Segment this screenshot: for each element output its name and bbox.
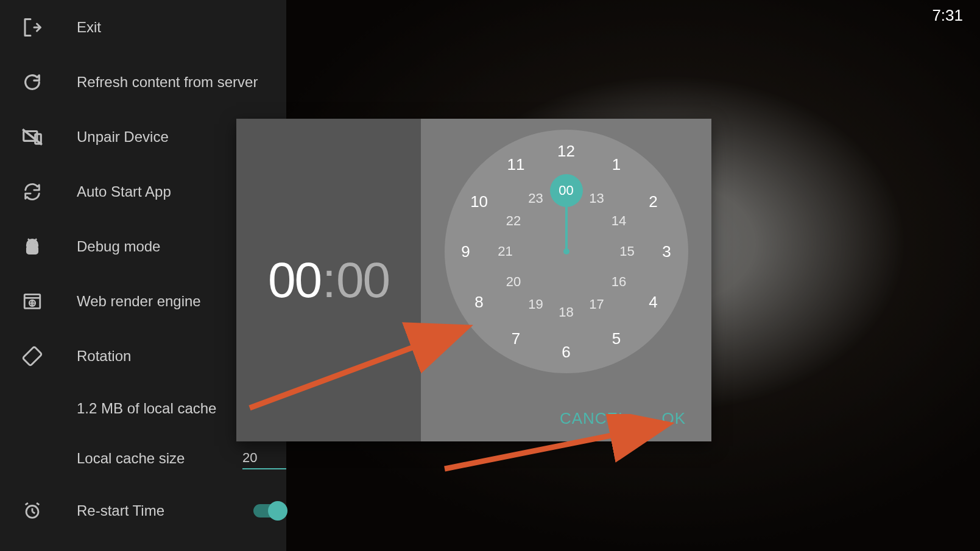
clock-face[interactable]: 00 1212345678910111314151617181920212223 [445,130,688,373]
clock-hour-9[interactable]: 9 [461,242,470,261]
cancel-button[interactable]: CANCEL [560,409,627,428]
clock-hour-7[interactable]: 7 [512,329,520,348]
clock-hour-15[interactable]: 15 [619,244,634,259]
time-picker-dialog: 00:00 00 1212345678910111314151617181920… [236,119,711,441]
svg-point-3 [29,242,30,244]
android-icon [18,233,46,261]
clock-hour-8[interactable]: 8 [474,292,483,311]
clock-hour-19[interactable]: 19 [528,297,543,312]
time-colon: : [321,252,336,307]
clock-selected-hour[interactable]: 00 [550,174,583,207]
clock-hour-16[interactable]: 16 [612,274,626,290]
clock-hour-14[interactable]: 14 [612,213,626,229]
ok-button[interactable]: OK [661,409,686,428]
time-picker-body: 00 1212345678910111314151617181920212223… [421,119,711,441]
sidebar-item-restart-time[interactable]: Re-start Time [0,483,286,538]
rotation-icon [18,342,46,370]
time-display: 00:00 [268,251,389,309]
svg-rect-12 [23,346,42,366]
svg-line-15 [32,511,35,513]
alarm-icon [18,497,46,525]
clock-center-dot [563,248,569,254]
svg-point-4 [34,242,36,244]
clock-hour-11[interactable]: 11 [507,155,525,174]
clock-hour-5[interactable]: 5 [612,329,621,348]
sync-icon [18,178,46,206]
svg-rect-7 [27,247,38,253]
cache-size-input[interactable] [242,447,286,469]
clock-hour-18[interactable]: 18 [559,304,573,320]
clock-hour-6[interactable]: 6 [562,343,570,362]
dialog-button-row: CANCEL OK [560,409,686,428]
sidebar-item-refresh[interactable]: Refresh content from server [0,55,286,110]
clock-hour-3[interactable]: 3 [662,242,671,261]
sidebar-item-label: Exit [77,19,286,36]
clock-hour-20[interactable]: 20 [506,274,521,290]
browser-icon [18,287,46,315]
exit-icon [18,13,46,41]
time-picker-header: 00:00 [236,119,421,441]
clock-hour-1[interactable]: 1 [612,155,621,174]
status-bar-clock: 7:31 [932,6,963,25]
sidebar-item-label: Re-start Time [77,502,253,519]
sidebar-item-label: Refresh content from server [77,74,286,91]
refresh-icon [18,68,46,96]
clock-hour-23[interactable]: 23 [528,191,543,206]
clock-hour-12[interactable]: 12 [557,142,575,161]
clock-hour-4[interactable]: 4 [649,292,657,311]
sidebar-item-label: Local cache size [77,450,242,467]
svg-line-16 [26,503,28,505]
unpair-device-icon [18,123,46,151]
time-hours[interactable]: 00 [268,252,321,307]
svg-line-17 [37,503,39,505]
clock-hour-10[interactable]: 10 [470,192,488,211]
time-minutes[interactable]: 00 [336,252,389,307]
clock-hour-21[interactable]: 21 [498,244,512,259]
clock-hour-22[interactable]: 22 [506,213,521,229]
clock-hour-17[interactable]: 17 [589,297,604,312]
restart-time-toggle[interactable] [253,504,286,518]
clock-hour-2[interactable]: 2 [649,192,657,211]
sidebar-item-exit[interactable]: Exit [0,0,286,55]
clock-hour-13[interactable]: 13 [589,191,604,206]
